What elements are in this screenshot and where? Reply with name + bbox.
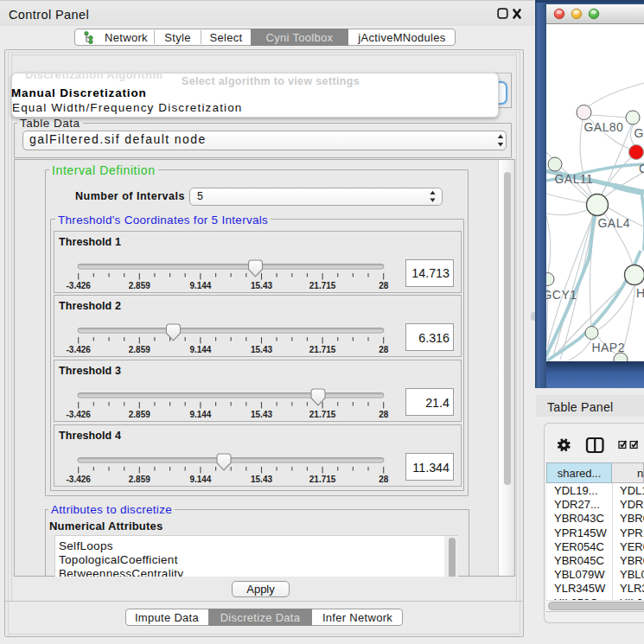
svg-text:28: 28 xyxy=(379,345,389,354)
svg-text:-3.426: -3.426 xyxy=(67,475,92,484)
svg-text:9.144: 9.144 xyxy=(189,345,211,354)
svg-text:2.859: 2.859 xyxy=(129,410,150,419)
svg-text:21.715: 21.715 xyxy=(309,410,336,419)
svg-text:2.859: 2.859 xyxy=(129,345,150,354)
svg-text:9.144: 9.144 xyxy=(189,475,211,484)
svg-text:15.43: 15.43 xyxy=(251,280,272,290)
svg-text:21.715: 21.715 xyxy=(309,280,336,290)
svg-text:-3.426: -3.426 xyxy=(67,345,92,354)
svg-text:GAL4: GAL4 xyxy=(598,216,631,230)
svg-text:C: C xyxy=(639,162,644,175)
svg-text:28: 28 xyxy=(379,410,389,419)
svg-text:28: 28 xyxy=(379,475,389,484)
svg-text:28: 28 xyxy=(379,280,389,290)
svg-text:9.144: 9.144 xyxy=(189,410,211,419)
svg-text:HAP2: HAP2 xyxy=(592,341,625,354)
svg-text:2.859: 2.859 xyxy=(129,475,150,484)
svg-text:21.715: 21.715 xyxy=(309,345,336,354)
svg-text:-3.426: -3.426 xyxy=(67,410,92,419)
svg-text:15.43: 15.43 xyxy=(251,410,272,419)
svg-text:GCY1: GCY1 xyxy=(546,288,577,302)
svg-text:9.144: 9.144 xyxy=(189,280,211,290)
svg-text:GAL11: GAL11 xyxy=(555,172,594,186)
svg-text:2.859: 2.859 xyxy=(129,280,150,290)
svg-text:GAL80: GAL80 xyxy=(584,120,624,134)
svg-text:GAL: GAL xyxy=(634,126,644,140)
svg-text:-3.426: -3.426 xyxy=(67,280,92,290)
svg-text:H: H xyxy=(636,286,644,300)
svg-text:15.43: 15.43 xyxy=(251,345,272,354)
svg-text:15.43: 15.43 xyxy=(251,475,272,484)
svg-text:21.715: 21.715 xyxy=(309,475,336,484)
